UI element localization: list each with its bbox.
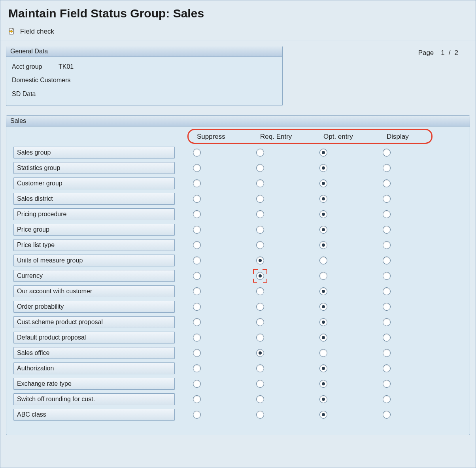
radio-cell (191, 223, 238, 236)
radio[interactable] (256, 164, 264, 172)
radio[interactable] (256, 364, 264, 372)
radio[interactable] (256, 395, 264, 403)
radio-cell (380, 145, 428, 159)
field-label: Price group (13, 224, 175, 236)
radio-cell (317, 223, 365, 236)
radio[interactable] (193, 395, 201, 403)
radio[interactable] (319, 395, 327, 403)
radio[interactable] (193, 318, 201, 326)
radio[interactable] (193, 210, 201, 218)
radio[interactable] (256, 195, 264, 203)
radio[interactable] (319, 303, 327, 311)
title-bar: Maintain Field Status Group: Sales (0, 0, 476, 25)
radio[interactable] (319, 164, 327, 172)
field-label: Sales office (13, 347, 175, 359)
radio[interactable] (319, 226, 327, 234)
radio[interactable] (383, 364, 391, 372)
radio[interactable] (319, 349, 327, 357)
customer-desc: Domestic Customers (12, 74, 277, 86)
radio-cell (254, 284, 301, 298)
radio[interactable] (319, 411, 327, 419)
radio[interactable] (319, 287, 327, 295)
radio[interactable] (383, 334, 391, 342)
radio[interactable] (319, 195, 327, 203)
radio-cell (191, 330, 238, 344)
radio[interactable] (319, 149, 327, 157)
radio[interactable] (256, 334, 264, 342)
radio-cell (317, 253, 365, 267)
radio-cell (191, 315, 238, 329)
field-check-label[interactable]: Field check (20, 28, 54, 36)
radio[interactable] (256, 380, 264, 388)
radio[interactable] (383, 411, 391, 419)
field-label: Units of measure group (13, 255, 175, 266)
radio[interactable] (383, 241, 391, 249)
radio[interactable] (383, 287, 391, 295)
field-row: Order probability (12, 300, 464, 313)
radio[interactable] (193, 195, 201, 203)
radio[interactable] (383, 272, 391, 280)
radio[interactable] (193, 226, 201, 234)
radio[interactable] (193, 241, 201, 249)
radio[interactable] (256, 179, 264, 187)
radio[interactable] (256, 303, 264, 311)
radio[interactable] (193, 272, 201, 280)
radio[interactable] (319, 257, 327, 264)
radio[interactable] (319, 364, 327, 372)
radio[interactable] (256, 210, 264, 218)
radio[interactable] (193, 364, 201, 372)
radio[interactable] (256, 349, 264, 357)
radio[interactable] (383, 257, 391, 264)
radio[interactable] (383, 149, 391, 157)
radio[interactable] (319, 318, 327, 326)
radio[interactable] (383, 195, 391, 203)
radio[interactable] (383, 303, 391, 311)
radio[interactable] (319, 334, 327, 342)
radio[interactable] (193, 303, 201, 311)
radio[interactable] (383, 318, 391, 326)
radio-cell (191, 377, 238, 391)
app-window: Maintain Field Status Group: Sales Field… (0, 0, 476, 468)
radio[interactable] (383, 380, 391, 388)
radio[interactable] (319, 241, 327, 249)
radio[interactable] (256, 257, 264, 264)
field-label: Sales group (13, 147, 175, 159)
radio[interactable] (319, 272, 327, 280)
radio[interactable] (256, 241, 264, 249)
radio-cell (191, 192, 238, 206)
radio-cell (254, 192, 301, 206)
radio-cell (380, 392, 428, 406)
radio[interactable] (256, 287, 264, 295)
radio[interactable] (319, 210, 327, 218)
radio[interactable] (193, 380, 201, 388)
radio[interactable] (193, 179, 201, 187)
radio[interactable] (383, 395, 391, 403)
radio-cell (254, 223, 301, 236)
radio[interactable] (256, 318, 264, 326)
radio[interactable] (383, 164, 391, 172)
radio[interactable] (193, 334, 201, 342)
radio[interactable] (193, 257, 201, 264)
radio-cell (317, 176, 365, 190)
radio[interactable] (256, 272, 264, 280)
field-check-icon[interactable] (8, 27, 16, 36)
radio[interactable] (319, 380, 327, 388)
radio[interactable] (193, 287, 201, 295)
radio[interactable] (256, 411, 264, 419)
radio[interactable] (256, 226, 264, 234)
radio[interactable] (383, 226, 391, 234)
radio-cell (254, 408, 301, 421)
page-total: 2 (455, 49, 458, 57)
radio[interactable] (383, 349, 391, 357)
field-row: Switch off rounding for cust. (12, 392, 464, 406)
radio[interactable] (193, 411, 201, 419)
radio[interactable] (193, 349, 201, 357)
radio[interactable] (383, 210, 391, 218)
radio[interactable] (319, 179, 327, 187)
radio[interactable] (256, 149, 264, 157)
radio[interactable] (193, 164, 201, 172)
radio-cell (317, 300, 365, 313)
radio[interactable] (193, 149, 201, 157)
radio-cell (317, 269, 365, 283)
radio[interactable] (383, 179, 391, 187)
